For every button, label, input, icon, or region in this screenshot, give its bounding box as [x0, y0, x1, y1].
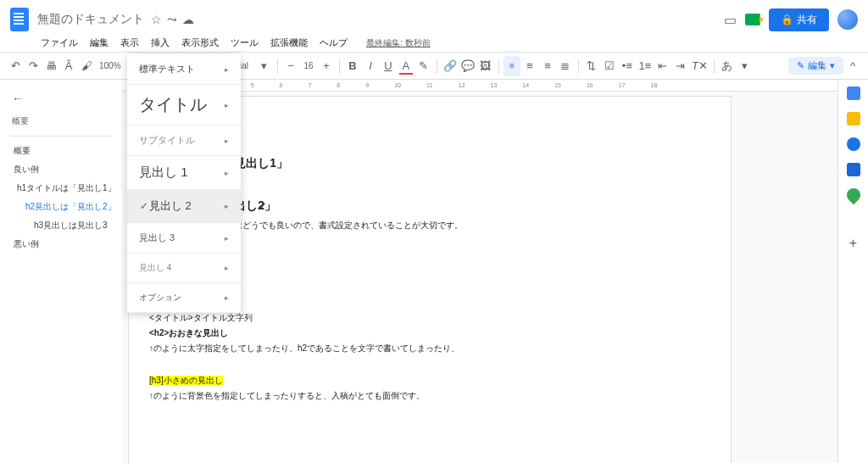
underline-icon[interactable]: U — [380, 56, 397, 76]
comment-history-icon[interactable]: ▭ — [724, 12, 737, 28]
checklist-icon[interactable]: ☑ — [601, 56, 618, 76]
ruler-mark: 5 — [251, 82, 254, 88]
doc-text[interactable]: <h2>おおきな見出し — [149, 326, 710, 340]
account-avatar[interactable] — [837, 9, 858, 30]
separator — [498, 59, 499, 74]
menu-tools[interactable]: ツール — [225, 35, 264, 51]
font-size-decrease[interactable]: − — [282, 56, 299, 76]
ruler-mark: 15 — [554, 82, 561, 88]
ruler-mark: 17 — [619, 82, 626, 88]
move-icon[interactable]: ⤳ — [167, 13, 177, 26]
insert-link-icon[interactable]: 🔗 — [442, 56, 459, 76]
align-justify-icon[interactable]: ≣ — [557, 56, 574, 76]
indent-increase-icon[interactable]: ⇥ — [672, 56, 689, 76]
style-option-h4[interactable]: 見出し 4▸ — [127, 254, 241, 283]
print-icon[interactable]: 🖶 — [42, 56, 59, 76]
insert-image-icon[interactable]: 🖼 — [477, 56, 494, 76]
style-label: 見出し 2 — [149, 198, 225, 214]
undo-icon[interactable]: ↶ — [7, 56, 24, 76]
style-option-options[interactable]: オプション▸ — [127, 283, 241, 313]
outline-item[interactable]: 良い例 — [0, 160, 122, 179]
outline-collapse-icon[interactable]: ← — [0, 86, 122, 110]
bullet-list-icon[interactable]: •≡ — [619, 56, 636, 76]
clear-format-icon[interactable]: T✕ — [690, 56, 709, 76]
pencil-icon: ✎ — [797, 60, 804, 71]
doc-text[interactable]: ↑のように背景色を指定してしまったりすると、入稿がとても面倒です。 — [149, 388, 710, 403]
menu-file[interactable]: ファイル — [36, 35, 83, 51]
chevron-right-icon: ▸ — [225, 169, 229, 177]
share-button[interactable]: 🔒 共有 — [769, 8, 829, 31]
style-label: 見出し 4 — [139, 262, 171, 274]
check-icon: ✓ — [139, 200, 149, 212]
ruler-mark: 18 — [651, 82, 658, 88]
outline-item[interactable]: h2見出しは「見出し2」 — [0, 198, 122, 216]
docs-logo-icon[interactable] — [10, 8, 29, 31]
align-left-icon[interactable]: ≡ — [504, 56, 520, 76]
align-right-icon[interactable]: ≡ — [539, 56, 556, 76]
menu-extensions[interactable]: 拡張機能 — [265, 35, 313, 51]
menu-insert[interactable]: 挿入 — [146, 35, 175, 51]
outline-item[interactable]: h1タイトルは「見出し1」 — [0, 179, 122, 198]
font-size-input[interactable]: 16 — [300, 56, 317, 76]
bold-icon[interactable]: B — [344, 56, 361, 76]
menu-edit[interactable]: 編集 — [85, 35, 114, 51]
separator — [437, 59, 437, 74]
style-option-h2[interactable]: ✓ 見出し 2▸ — [127, 190, 241, 223]
maps-icon[interactable] — [843, 186, 863, 205]
last-edit-link[interactable]: 最終編集: 数秒前 — [361, 36, 436, 51]
chevron-right-icon: ▸ — [225, 101, 229, 109]
menu-help[interactable]: ヘルプ — [314, 35, 353, 51]
add-comment-icon[interactable]: 💬 — [459, 56, 476, 76]
text-color-icon[interactable]: A — [398, 56, 415, 76]
italic-icon[interactable]: I — [362, 56, 379, 76]
separator — [277, 59, 278, 74]
ruler-mark: 11 — [426, 82, 433, 88]
menubar: ファイル 編集 表示 挿入 表示形式 ツール 拡張機能 ヘルプ 最終編集: 数秒… — [0, 34, 868, 53]
doc-text[interactable]: [h3]小さめの見出し — [149, 373, 710, 388]
star-icon[interactable]: ☆ — [151, 13, 162, 26]
separator — [339, 59, 340, 74]
tasks-icon[interactable] — [847, 137, 860, 151]
doc-text[interactable]: ↑のように太字指定をしてしまったり、h2であることを文字で書いてしまったり、 — [149, 341, 710, 355]
ruler-mark: 7 — [308, 82, 311, 88]
number-list-icon[interactable]: 1≡ — [637, 56, 654, 76]
cloud-status-icon[interactable]: ☁ — [182, 13, 194, 26]
style-option-normal[interactable]: 標準テキスト▸ — [127, 54, 241, 85]
align-center-icon[interactable]: ≡ — [521, 56, 538, 76]
outline-item[interactable]: 概要 — [0, 142, 122, 160]
document-title[interactable]: 無題のドキュメント — [37, 12, 144, 27]
paint-format-icon[interactable]: 🖌 — [78, 56, 95, 76]
font-size-increase[interactable]: + — [318, 56, 335, 76]
contacts-icon[interactable] — [847, 163, 860, 176]
ruler-mark: 16 — [587, 82, 593, 88]
lock-icon: 🔒 — [781, 14, 793, 25]
zoom-select[interactable]: 100% — [96, 56, 125, 76]
expand-icon[interactable]: ^ — [844, 56, 861, 76]
title-block: 無題のドキュメント ☆ ⤳ ☁ — [37, 12, 194, 27]
style-option-subtitle[interactable]: サブタイトル▸ — [127, 126, 241, 156]
outline-item[interactable]: 悪い例 — [0, 235, 122, 254]
addons-plus-icon[interactable]: + — [849, 236, 857, 251]
chevron-down-icon[interactable]: ▾ — [256, 56, 273, 76]
indent-decrease-icon[interactable]: ⇤ — [654, 56, 671, 76]
calendar-icon[interactable] — [847, 86, 860, 100]
style-option-h1[interactable]: 見出し 1▸ — [127, 156, 241, 190]
document-outline: ← 概要 概要 良い例 h1タイトルは「見出し1」 h2見出しは「見出し2」 h… — [0, 80, 122, 463]
menu-view[interactable]: 表示 — [115, 35, 144, 51]
spellcheck-icon[interactable]: Ă — [60, 56, 77, 76]
outline-item[interactable]: h3見出しは見出し3 — [0, 216, 122, 235]
menu-format[interactable]: 表示形式 — [176, 35, 224, 51]
style-option-h3[interactable]: 見出し 3▸ — [127, 223, 241, 254]
input-tools-icon[interactable]: あ — [719, 56, 736, 76]
ruler-mark: 13 — [491, 82, 498, 88]
highlight-icon[interactable]: ✎ — [415, 56, 432, 76]
line-spacing-icon[interactable]: ⇅ — [583, 56, 600, 76]
style-label: 見出し 3 — [139, 232, 175, 244]
style-option-title[interactable]: タイトル▸ — [127, 85, 241, 126]
chevron-down-icon[interactable]: ▾ — [737, 56, 754, 76]
keep-icon[interactable] — [847, 112, 860, 126]
chevron-down-icon: ▾ — [830, 60, 835, 71]
editing-mode-button[interactable]: ✎ 編集 ▾ — [788, 57, 843, 75]
redo-icon[interactable]: ↷ — [25, 56, 42, 76]
meet-icon[interactable] — [745, 14, 760, 25]
